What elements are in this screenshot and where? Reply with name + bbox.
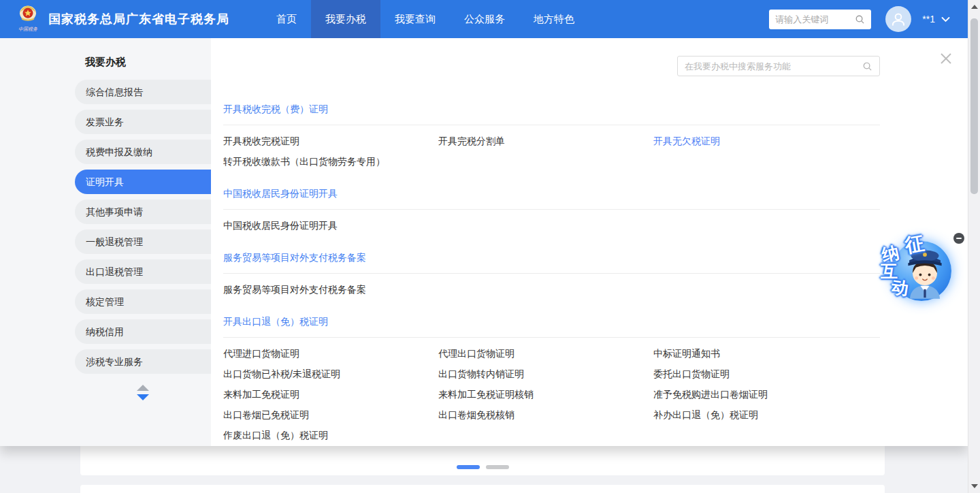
section-items: 服务贸易等项目对外支付税务备案 bbox=[223, 274, 880, 300]
service-link[interactable]: 代理出口货物证明 bbox=[438, 343, 653, 364]
pagination-dot[interactable] bbox=[457, 465, 480, 469]
section-title: 开具税收完税（费）证明 bbox=[223, 104, 880, 125]
service-link[interactable]: 服务贸易等项目对外支付税务备案 bbox=[223, 279, 438, 300]
sidebar-item[interactable]: 涉税专业服务 bbox=[75, 349, 211, 374]
nav-tab[interactable]: 我要查询 bbox=[380, 0, 450, 38]
service-link[interactable]: 来料加工免税证明 bbox=[223, 384, 438, 404]
search-icon[interactable] bbox=[855, 14, 865, 25]
service-section: 开具出口退（免）税证明代理进口货物证明代理出口货物证明中标证明通知书出口货物已补… bbox=[223, 316, 880, 445]
service-link[interactable]: 出口货物已补税/未退税证明 bbox=[223, 364, 438, 384]
carousel-pagination bbox=[80, 465, 885, 469]
mascot-char: 征 bbox=[903, 230, 926, 259]
chevron-down-icon[interactable] bbox=[941, 16, 950, 22]
section-items: 代理进口货物证明代理出口货物证明中标证明通知书出口货物已补税/未退税证明出口货物… bbox=[223, 338, 880, 445]
sidebar-item[interactable]: 其他事项申请 bbox=[75, 200, 211, 224]
panel-search-input[interactable] bbox=[685, 61, 862, 71]
nav-tab[interactable]: 地方特色 bbox=[519, 0, 589, 38]
service-link[interactable]: 准予免税购进出口卷烟证明 bbox=[653, 384, 868, 404]
nav-tab[interactable]: 首页 bbox=[262, 0, 311, 38]
sidebar-scroll-arrows bbox=[75, 385, 211, 400]
service-link[interactable]: 出口卷烟已免税证明 bbox=[223, 404, 438, 425]
section-title: 开具出口退（免）税证明 bbox=[223, 316, 880, 338]
sidebar-item[interactable]: 纳税信用 bbox=[75, 319, 211, 344]
username[interactable]: **1 bbox=[922, 14, 935, 25]
sidebar: 我要办税 综合信息报告发票业务税费申报及缴纳证明开具其他事项申请一般退税管理出口… bbox=[0, 38, 211, 446]
nav-tab[interactable]: 公众服务 bbox=[450, 0, 519, 38]
section-items: 开具税收完税证明开具完税分割单开具无欠税证明转开税收缴款书（出口货物劳务专用） bbox=[223, 125, 880, 172]
nav-tab[interactable]: 我要办税 bbox=[311, 0, 380, 38]
search-icon[interactable] bbox=[862, 61, 872, 71]
logo-caption: 中国税务 bbox=[18, 27, 37, 31]
header-right-area: **1 bbox=[769, 6, 950, 32]
sidebar-item[interactable]: 一般退税管理 bbox=[75, 229, 211, 254]
service-link[interactable]: 开具税收完税证明 bbox=[223, 131, 438, 151]
mascot-char: 动 bbox=[890, 275, 911, 300]
scrollbar-down-icon[interactable] bbox=[971, 484, 978, 488]
sidebar-item[interactable]: 证明开具 bbox=[75, 170, 211, 194]
tax-emblem-icon bbox=[16, 3, 39, 27]
panel-content: 开具税收完税（费）证明开具税收完税证明开具完税分割单开具无欠税证明转开税收缴款书… bbox=[211, 38, 968, 446]
scroll-down-icon[interactable] bbox=[137, 394, 149, 400]
service-link[interactable]: 出口卷烟免税核销 bbox=[438, 404, 653, 425]
tax-services-panel: 我要办税 综合信息报告发票业务税费申报及缴纳证明开具其他事项申请一般退税管理出口… bbox=[0, 38, 968, 446]
tax-bureau-logo: 中国税务 bbox=[14, 3, 42, 35]
service-link[interactable]: 作废出口退（免）税证明 bbox=[223, 425, 438, 445]
service-section: 服务贸易等项目对外支付税务备案服务贸易等项目对外支付税务备案 bbox=[223, 252, 880, 300]
service-link[interactable]: 代理进口货物证明 bbox=[223, 343, 438, 364]
section-title: 服务贸易等项目对外支付税务备案 bbox=[223, 252, 880, 274]
service-link[interactable]: 转开税收缴款书（出口货物劳务专用） bbox=[223, 151, 438, 172]
sidebar-item[interactable]: 发票业务 bbox=[75, 110, 211, 134]
top-header: 中国税务 国家税务总局广东省电子税务局 首页我要办税我要查询公众服务地方特色 *… bbox=[0, 0, 980, 38]
service-link[interactable]: 出口货物转内销证明 bbox=[438, 364, 653, 384]
sidebar-item[interactable]: 综合信息报告 bbox=[75, 80, 211, 104]
service-section: 开具税收完税（费）证明开具税收完税证明开具完税分割单开具无欠税证明转开税收缴款书… bbox=[223, 104, 880, 172]
section-title: 中国税收居民身份证明开具 bbox=[223, 188, 880, 210]
user-icon bbox=[889, 10, 907, 28]
minimize-icon[interactable] bbox=[953, 233, 964, 244]
top-nav: 首页我要办税我要查询公众服务地方特色 bbox=[262, 0, 589, 38]
service-link[interactable]: 开具无欠税证明 bbox=[653, 131, 868, 151]
service-link[interactable]: 来料加工免税证明核销 bbox=[438, 384, 653, 404]
sidebar-item[interactable]: 核定管理 bbox=[75, 289, 211, 314]
service-link[interactable]: 委托出口货物证明 bbox=[653, 364, 868, 384]
sidebar-title: 我要办税 bbox=[85, 56, 211, 69]
section-items: 中国税收居民身份证明开具 bbox=[223, 210, 880, 236]
pagination-dot[interactable] bbox=[486, 465, 509, 469]
service-section: 中国税收居民身份证明开具中国税收居民身份证明开具 bbox=[223, 188, 880, 236]
close-icon[interactable] bbox=[938, 50, 954, 67]
sidebar-item[interactable]: 出口退税管理 bbox=[75, 259, 211, 284]
service-link[interactable]: 中标证明通知书 bbox=[653, 343, 868, 364]
header-search-box[interactable] bbox=[769, 10, 871, 29]
site-title: 国家税务总局广东省电子税务局 bbox=[48, 11, 229, 27]
scrollbar-thumb[interactable] bbox=[970, 18, 978, 194]
page-next-section-card bbox=[80, 485, 885, 493]
page-scrollbar[interactable] bbox=[968, 0, 980, 493]
service-link[interactable]: 中国税收居民身份证明开具 bbox=[223, 215, 438, 236]
avatar[interactable] bbox=[885, 6, 911, 32]
panel-search-box[interactable] bbox=[677, 56, 880, 76]
sidebar-item[interactable]: 税费申报及缴纳 bbox=[75, 140, 211, 164]
service-sections: 开具税收完税（费）证明开具税收完税证明开具完税分割单开具无欠税证明转开税收缴款书… bbox=[223, 104, 880, 445]
scrollbar-up-icon[interactable] bbox=[971, 5, 978, 9]
service-link[interactable]: 补办出口退（免）税证明 bbox=[653, 404, 868, 425]
sidebar-items: 综合信息报告发票业务税费申报及缴纳证明开具其他事项申请一般退税管理出口退税管理核… bbox=[0, 80, 211, 374]
mascot-interaction-widget[interactable]: 征纳互动 bbox=[879, 230, 956, 304]
header-search-input[interactable] bbox=[775, 14, 855, 25]
service-link[interactable]: 开具完税分割单 bbox=[438, 131, 653, 151]
scroll-up-icon[interactable] bbox=[137, 385, 149, 391]
